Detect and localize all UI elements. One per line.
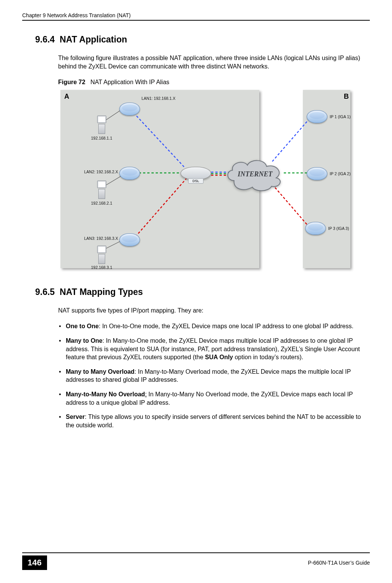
guide-name: P-660N-T1A User’s Guide [308, 560, 370, 566]
dsl-gateway-icon: DSL [181, 164, 211, 184]
section-heading-nat-mapping-types: 9.6.5 NAT Mapping Types [35, 287, 370, 297]
figure-corner-a-label: A [64, 92, 69, 101]
figure-title: NAT Application With IP Alias [90, 79, 169, 85]
wan-ip1-label: IP 1 (IGA 1) [330, 114, 351, 119]
figure-corner-b-label: B [344, 92, 349, 101]
pc-icon [96, 246, 107, 265]
page-footer: 146 P-660N-T1A User’s Guide [0, 552, 392, 570]
lan3-subnet-label: LAN3: 192.168.3.X [84, 236, 118, 241]
pc-icon [96, 116, 107, 135]
mapping-name: Server [66, 414, 85, 420]
pc-icon [96, 181, 107, 200]
router-icon [305, 222, 326, 235]
mapping-name: Many-to-Many No Overload [66, 391, 145, 397]
mapping-text: : In One-to-One mode, the ZyXEL Device m… [99, 323, 353, 329]
dsl-tag-label: DSL [188, 178, 203, 184]
mapping-bold-mid: SUA Only [205, 354, 233, 360]
router-icon [307, 167, 327, 180]
section-number: 9.6.4 [35, 34, 55, 44]
mapping-name: Many to One [66, 337, 102, 344]
header-rule [22, 20, 370, 21]
nat-mapping-list: One to One: In One-to-One mode, the ZyXE… [58, 322, 368, 429]
wan-ip2-label: IP 2 (IGA 2) [330, 171, 351, 176]
figure-nat-ip-alias: A B [58, 89, 353, 272]
mapping-name: One to One [66, 323, 99, 329]
lan2-subnet-label: LAN2: 192.168.2.X [84, 169, 118, 174]
mapping-item-one-to-one: One to One: In One-to-One mode, the ZyXE… [58, 322, 368, 331]
lan1-host-label: 192.168.1.1 [91, 135, 112, 141]
figure-caption: Figure 72 NAT Application With IP Alias [58, 78, 368, 86]
wan-ip3-label: IP 3 (IGA 3) [328, 226, 349, 231]
lan2-host-label: 192.168.2.1 [91, 200, 112, 206]
section-title: NAT Mapping Types [60, 287, 143, 297]
mapping-text-b: option in today’s routers). [233, 354, 303, 360]
lan1-subnet-label: LAN1: 192.168.1.X [142, 96, 176, 101]
section-heading-nat-application: 9.6.4 NAT Application [35, 34, 370, 45]
router-icon [119, 167, 140, 180]
mapping-item-many-to-many-overload: Many to Many Overload: In Many-to-Many O… [58, 368, 368, 384]
mapping-text: : This type allows you to specify inside… [66, 414, 361, 428]
router-icon [119, 233, 140, 246]
page-number-badge: 146 [22, 555, 47, 570]
figure-label: Figure 72 [58, 79, 85, 85]
lan3-host-label: 192.168.3.1 [91, 265, 112, 270]
footer-rule [22, 552, 370, 553]
nat-mapping-intro: NAT supports five types of IP/port mappi… [58, 306, 368, 315]
router-icon [119, 103, 140, 116]
router-icon [307, 110, 327, 123]
section-title: NAT Application [60, 34, 127, 44]
nat-application-intro: The following figure illustrates a possi… [58, 54, 368, 70]
mapping-item-many-to-many-no-overload: Many-to-Many No Overload: In Many-to-Man… [58, 390, 368, 407]
mapping-item-many-to-one: Many to One: In Many-to-One mode, the Zy… [58, 337, 368, 362]
internet-cloud-label: INTERNET [237, 170, 273, 178]
mapping-name: Many to Many Overload [66, 368, 135, 375]
running-header: Chapter 9 Network Address Translation (N… [22, 12, 370, 18]
internet-cloud-icon: INTERNET [223, 156, 288, 192]
mapping-item-server: Server: This type allows you to specify … [58, 413, 368, 429]
section-number: 9.6.5 [35, 287, 55, 297]
